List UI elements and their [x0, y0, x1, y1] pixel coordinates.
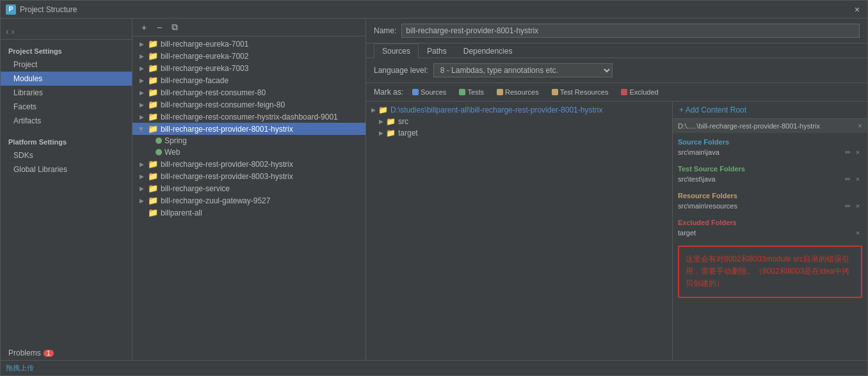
source-folder-path: src\main\java ✏ × [678, 147, 862, 157]
problems-item[interactable]: Problems 1 [1, 346, 132, 360]
resource-path: src\main\resources ✏ × [678, 201, 862, 211]
module-label: bill-recharge-eureka-7003 [161, 64, 248, 73]
module-item-eureka-7001[interactable]: ▶ 📁 bill-recharge-eureka-7001 [133, 38, 366, 50]
module-toolbar: + − ⧉ [133, 19, 366, 36]
folder-icon: 📁 [148, 112, 158, 121]
module-header: Name: [366, 19, 867, 43]
module-item-provider-8003[interactable]: ▶ 📁 bill-recharge-rest-provider-8003-hys… [133, 170, 366, 182]
close-button[interactable]: × [852, 4, 862, 15]
sidebar-item-artifacts[interactable]: Artifacts [1, 114, 132, 128]
mark-excluded-button[interactable]: Excluded [617, 87, 662, 97]
add-module-button[interactable]: + [138, 21, 150, 34]
child-label: Spring [165, 136, 187, 145]
module-item-provider-8001[interactable]: ▶ 📁 bill-recharge-rest-provider-8001-hys… [133, 123, 366, 135]
module-child-spring[interactable]: Spring [133, 135, 366, 146]
folder-icon: 📁 [148, 171, 158, 181]
tab-dependencies[interactable]: Dependencies [455, 43, 521, 58]
excluded-path: target × [678, 228, 862, 238]
module-item-provider-8002[interactable]: ▶ 📁 bill-recharge-rest-provider-8002-hys… [133, 158, 366, 170]
sidebar-item-sdks[interactable]: SDKs [1, 148, 132, 162]
language-level-select[interactable]: 8 - Lambdas, type annotations etc. [433, 63, 613, 77]
test-source-title: Test Source Folders [678, 162, 862, 174]
folder-icon: 📁 [148, 75, 158, 85]
module-item-facade[interactable]: ▶ 📁 bill-recharge-facade [133, 74, 366, 86]
content-tree: ▶ 📁 D:\studies\billparent-all\bill-recha… [366, 102, 672, 360]
main-layout: ‹ › Project Settings Project Modules Lib… [1, 19, 867, 360]
module-item-zuul[interactable]: ▶ 📁 bill-recharge-zuul-gateway-9527 [133, 194, 366, 207]
forward-button[interactable]: › [12, 26, 15, 36]
chevron-icon: ▶ [138, 161, 145, 168]
edit-icon[interactable]: ✏ [843, 201, 852, 210]
excluded-color [621, 89, 627, 95]
src-folder-item[interactable]: ▶ 📁 src [369, 116, 670, 127]
module-label: bill-recharge-rest-provider-8002-hystrix [161, 160, 293, 169]
edit-icon[interactable]: ✏ [843, 175, 852, 184]
add-content-root-button[interactable]: + Add Content Root [673, 102, 867, 119]
module-item-eureka-7003[interactable]: ▶ 📁 bill-recharge-eureka-7003 [133, 62, 366, 74]
path-close-icon[interactable]: × [858, 121, 862, 130]
module-label: bill-recharge-facade [161, 76, 229, 85]
remove-module-button[interactable]: − [153, 21, 166, 34]
mark-as-label: Mark as: [374, 88, 403, 97]
mark-as-bar: Mark as: Sources Tests Resources Test Re… [366, 83, 867, 102]
sidebar-item-global-libraries[interactable]: Global Libraries [1, 162, 132, 176]
module-item-service[interactable]: ▶ 📁 bill-recharge-service [133, 182, 366, 194]
module-item-hystrix-dashboard[interactable]: ▶ 📁 bill-recharge-rest-consumer-hystrix-… [133, 111, 366, 123]
tab-sources[interactable]: Sources [374, 43, 419, 58]
delete-icon[interactable]: × [853, 148, 862, 157]
mark-resources-button[interactable]: Resources [493, 87, 543, 97]
folder-icon: 📁 [148, 63, 158, 73]
sidebar-item-modules[interactable]: Modules [1, 72, 132, 86]
excluded-title: Excluded Folders [678, 216, 862, 228]
spring-icon [156, 137, 162, 144]
mark-tests-button[interactable]: Tests [455, 87, 488, 97]
module-label: billparent-all [161, 208, 202, 217]
folder-icon: 📁 [148, 88, 158, 97]
sources-color [412, 89, 419, 95]
module-label: bill-recharge-eureka-7002 [161, 52, 248, 61]
module-label: bill-recharge-rest-consumer-feign-80 [161, 100, 285, 109]
edit-icon[interactable]: ✏ [843, 148, 852, 157]
test-resources-color [552, 89, 558, 95]
sidebar-item-project[interactable]: Project [1, 58, 132, 72]
app-icon: P [6, 4, 16, 15]
mark-test-resources-button[interactable]: Test Resources [548, 87, 613, 97]
test-source-folders-section: Test Source Folders src\test\java ✏ × [673, 160, 867, 187]
folder-icon: 📁 [148, 100, 158, 109]
sidebar: ‹ › Project Settings Project Modules Lib… [1, 19, 133, 360]
sidebar-item-facets[interactable]: Facets [1, 100, 132, 114]
module-item-consumer-feign[interactable]: ▶ 📁 bill-recharge-rest-consumer-feign-80 [133, 98, 366, 111]
tab-paths[interactable]: Paths [419, 43, 455, 58]
chevron-icon: ▶ [138, 173, 145, 180]
problems-label: Problems [8, 349, 41, 357]
chevron-icon: ▶ [371, 107, 376, 113]
bottom-bar: 拖拽上传 [1, 360, 867, 375]
module-item-eureka-7002[interactable]: ▶ 📁 bill-recharge-eureka-7002 [133, 50, 366, 62]
sidebar-item-libraries[interactable]: Libraries [1, 86, 132, 100]
path-title: D:\.....\bill-recharge-rest-provider-800… [678, 122, 855, 130]
chevron-icon: ▶ [138, 125, 145, 133]
platform-settings-label: Platform Settings [1, 133, 132, 148]
module-name-input[interactable] [401, 24, 860, 38]
excluded-label: Excluded [629, 88, 658, 96]
back-button[interactable]: ‹ [6, 26, 9, 36]
target-folder-item[interactable]: ▶ 📁 target [369, 127, 670, 139]
delete-icon[interactable]: × [853, 201, 862, 210]
module-child-web[interactable]: Web [133, 146, 366, 158]
target-folder-icon: 📁 [386, 129, 396, 137]
chevron-icon: ▶ [138, 65, 145, 72]
delete-icon[interactable]: × [853, 175, 862, 184]
copy-module-button[interactable]: ⧉ [168, 21, 181, 34]
problems-badge: 1 [44, 350, 54, 357]
project-settings-label: Project Settings [1, 42, 132, 58]
window-title: Project Structure [20, 5, 852, 14]
titlebar: P Project Structure × [1, 1, 867, 19]
module-label: bill-recharge-eureka-7001 [161, 40, 248, 49]
upload-button[interactable]: 拖拽上传 [6, 363, 34, 373]
module-tree: ▶ 📁 bill-recharge-eureka-7001 ▶ 📁 bill-r… [133, 36, 366, 360]
module-item-billparent[interactable]: ▶ 📁 billparent-all [133, 207, 366, 219]
root-folder-item[interactable]: ▶ 📁 D:\studies\billparent-all\bill-recha… [369, 104, 670, 116]
module-item-consumer-80[interactable]: ▶ 📁 bill-recharge-rest-consumer-80 [133, 86, 366, 98]
mark-sources-button[interactable]: Sources [408, 87, 450, 97]
delete-icon[interactable]: × [853, 228, 862, 237]
